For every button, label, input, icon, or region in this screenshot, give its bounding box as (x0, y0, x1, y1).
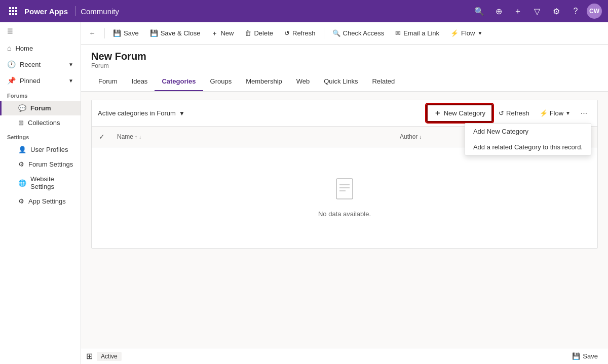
expand-icon[interactable]: ⊞ (86, 351, 93, 361)
pin-icon: 📌 (7, 76, 16, 85)
dropdown-add-related[interactable]: Add a related Category to this record. (465, 139, 591, 155)
sort-down-icon: ↓ (139, 134, 141, 140)
checkmark-icon: ✓ (99, 133, 105, 141)
sidebar-item-pinned[interactable]: 📌 Pinned ▼ (0, 72, 81, 89)
command-bar: ← 💾 Save 💾 Save & Close ＋ New 🗑 Delete ↺ (81, 22, 608, 45)
sort-up-icon: ↑ (135, 134, 137, 140)
svg-rect-9 (336, 179, 353, 199)
waffle-icon[interactable] (6, 4, 20, 18)
new-category-button[interactable]: ＋ New Category (427, 104, 492, 122)
sidebar-forum-label: Forum (30, 104, 51, 112)
new-icon: ＋ (211, 29, 218, 38)
tab-quick-links[interactable]: Quick Links (317, 72, 365, 91)
avatar[interactable]: CW (587, 4, 602, 19)
save-close-button[interactable]: 💾 Save & Close (145, 26, 206, 40)
home-icon: ⌂ (7, 44, 11, 52)
save-close-icon: 💾 (150, 29, 158, 37)
grid-container: Active categories in Forum ▼ ＋ New Categ… (91, 100, 598, 249)
email-icon: ✉ (395, 29, 401, 37)
tab-membership[interactable]: Membership (239, 72, 289, 91)
tab-categories[interactable]: Categories (155, 72, 203, 91)
sidebar-item-home[interactable]: ⌂ Home (0, 40, 81, 56)
back-arrow-icon: ← (89, 29, 96, 37)
email-link-button[interactable]: ✉ Email a Link (390, 26, 444, 40)
app-name: Power Apps (24, 7, 68, 16)
delete-button[interactable]: 🗑 Delete (240, 26, 278, 40)
tab-related[interactable]: Related (365, 72, 402, 91)
content-panel: Active categories in Forum ▼ ＋ New Categ… (81, 92, 608, 348)
sidebar-item-label: Home (15, 45, 33, 52)
grid-flow-icon: ⚡ (540, 109, 548, 117)
back-button[interactable]: ← (85, 26, 99, 41)
collections-icon: ⊞ (18, 119, 24, 127)
sidebar-item-app-settings[interactable]: ⚙ App Settings (0, 194, 81, 209)
table-name-col[interactable]: Name ↑ ↓ (112, 130, 395, 143)
sidebar-item-recent[interactable]: 🕐 Recent ▼ (0, 56, 81, 72)
svg-rect-8 (15, 13, 17, 15)
svg-rect-1 (12, 7, 14, 9)
sidebar-item-user-profiles[interactable]: 👤 User Profiles (0, 142, 81, 157)
add-icon[interactable]: ＋ (510, 3, 526, 19)
refresh-button[interactable]: ↺ Refresh (279, 26, 321, 40)
sidebar-item-website-settings[interactable]: 🌐 Website Settings (0, 172, 81, 194)
cmd-divider-2 (324, 28, 324, 38)
empty-document-icon (335, 178, 354, 204)
tab-ideas[interactable]: Ideas (125, 72, 155, 91)
topbar-right: 🔍 ⊕ ＋ ▽ ⚙ ? CW (471, 3, 602, 19)
new-button[interactable]: ＋ New (206, 26, 239, 41)
recent-icon: 🕐 (7, 60, 16, 68)
topbar-divider (75, 6, 75, 16)
grid-flow-button[interactable]: ⚡ Flow ▼ (536, 107, 575, 119)
table-check-col[interactable]: ✓ (92, 130, 112, 144)
svg-rect-4 (12, 10, 14, 12)
grid-flow-chevron: ▼ (565, 110, 571, 116)
dropdown-add-new[interactable]: Add New Category (465, 124, 591, 139)
chevron-down-icon: ▼ (68, 62, 73, 67)
bottom-save-button[interactable]: 💾 Save (567, 350, 603, 362)
svg-rect-5 (15, 10, 17, 12)
svg-rect-3 (9, 10, 11, 12)
sidebar-item-forum-settings[interactable]: ⚙ Forum Settings (0, 157, 81, 172)
sidebar-collections-label: Collections (28, 119, 60, 127)
gear-icon[interactable]: ⚙ (548, 3, 564, 19)
tabs-bar: Forum Ideas Categories Groups Membership… (81, 72, 608, 92)
grid-header-left: Active categories in Forum ▼ (98, 109, 185, 117)
check-access-button[interactable]: 🔍 Check Access (327, 26, 390, 40)
search-icon[interactable]: 🔍 (471, 3, 487, 19)
more-icon: ⋯ (581, 109, 587, 117)
bottom-bar-right: 💾 Save (567, 350, 603, 362)
app-settings-icon: ⚙ (18, 197, 24, 205)
tab-forum[interactable]: Forum (91, 72, 125, 91)
status-badge: Active (97, 352, 122, 361)
settings-circle-icon[interactable]: ⊕ (490, 3, 507, 19)
sidebar-item-forum[interactable]: 💬 Forum (0, 101, 81, 115)
grid-more-button[interactable]: ⋯ (577, 107, 591, 119)
flow-button[interactable]: ⚡ Flow ▼ (445, 26, 487, 40)
grid-refresh-button[interactable]: ↺ Refresh (495, 107, 534, 119)
main-layout: ☰ ⌂ Home 🕐 Recent ▼ 📌 Pinned ▼ Forums 💬 … (0, 22, 608, 364)
hamburger-icon: ☰ (7, 27, 13, 35)
main-content: ← 💾 Save 💾 Save & Close ＋ New 🗑 Delete ↺ (81, 22, 608, 364)
top-bar: Power Apps Community 🔍 ⊕ ＋ ▽ ⚙ ? CW (0, 0, 608, 22)
user-icon: 👤 (18, 146, 26, 153)
grid-title: Active categories in Forum (98, 109, 176, 117)
svg-rect-6 (9, 13, 11, 15)
bottom-bar: ⊞ Active 💾 Save (81, 348, 608, 364)
flow-icon: ⚡ (450, 29, 459, 37)
grid-header-right: ＋ New Category ↺ Refresh ⚡ Flow ▼ (427, 104, 591, 122)
svg-rect-7 (12, 13, 14, 15)
filter-icon[interactable]: ▽ (529, 3, 545, 19)
settings-section-label: Settings (0, 130, 81, 142)
sidebar-item-collections[interactable]: ⊞ Collections (0, 115, 81, 130)
chevron-down-icon-pinned: ▼ (68, 78, 73, 84)
grid-dropdown-arrow[interactable]: ▼ (179, 110, 185, 117)
tab-web[interactable]: Web (289, 72, 317, 91)
save-button[interactable]: 💾 Save (108, 26, 144, 40)
hamburger-menu[interactable]: ☰ (0, 22, 81, 40)
help-icon[interactable]: ? (567, 3, 584, 19)
tab-groups[interactable]: Groups (203, 72, 239, 91)
user-profiles-label: User Profiles (30, 146, 68, 153)
author-sort-icon: ↓ (419, 134, 422, 140)
website-settings-icon: 🌐 (18, 179, 26, 187)
section-name: Community (81, 7, 119, 16)
